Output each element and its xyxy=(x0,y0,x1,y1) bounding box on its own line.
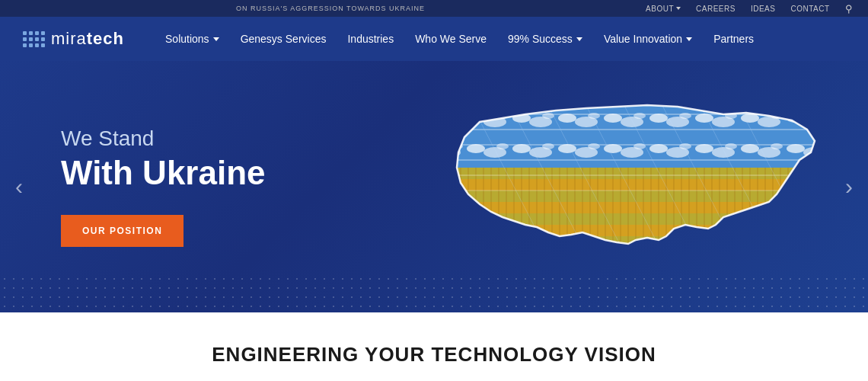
ukraine-notice: ON RUSSIA'S AGGRESSION TOWARDS UKRAINE xyxy=(15,5,646,12)
success-chevron-icon xyxy=(576,37,582,41)
contact-label: CONTACT xyxy=(790,5,829,13)
nav-value-innovation-label: Value Innovation xyxy=(604,33,682,45)
hero-title: With Ukraine xyxy=(61,155,266,191)
about-label: ABOUT xyxy=(646,5,674,13)
hero-next-button[interactable]: › xyxy=(838,166,860,207)
nav-solutions-label: Solutions xyxy=(165,33,209,45)
top-bar: ON RUSSIA'S AGGRESSION TOWARDS UKRAINE A… xyxy=(0,0,868,17)
nav-industries-label: Industries xyxy=(347,33,394,45)
hero-section: ‹ We Stand With Ukraine OUR POSITION › xyxy=(0,61,868,312)
nav-item-partners[interactable]: Partners xyxy=(703,17,764,61)
hero-subtitle: We Stand xyxy=(61,126,266,151)
svg-rect-10 xyxy=(419,168,830,297)
ideas-label: IDEAS xyxy=(751,5,776,13)
hero-prev-button[interactable]: ‹ xyxy=(8,166,30,207)
nav-item-solutions[interactable]: Solutions xyxy=(155,17,230,61)
logo[interactable]: miratech xyxy=(23,29,124,49)
nav-who-we-serve-label: Who We Serve xyxy=(415,33,487,45)
engineering-title: ENGINEERING YOUR TECHNOLOGY VISION xyxy=(15,343,853,367)
nav-item-industries[interactable]: Industries xyxy=(337,17,404,61)
contact-link[interactable]: CONTACT xyxy=(790,5,829,13)
logo-dots xyxy=(23,31,45,47)
nav-item-value-innovation[interactable]: Value Innovation xyxy=(593,17,703,61)
hero-content: We Stand With Ukraine OUR POSITION xyxy=(0,126,327,246)
nav-99-success-label: 99% Success xyxy=(508,33,573,45)
nav-item-genesys[interactable]: Genesys Services xyxy=(230,17,337,61)
ukraine-map-illustration xyxy=(419,76,830,297)
our-position-button[interactable]: OUR POSITION xyxy=(61,215,183,247)
main-nav: miratech Solutions Genesys Services Indu… xyxy=(0,17,868,61)
nav-genesys-label: Genesys Services xyxy=(241,33,327,45)
value-chevron-icon xyxy=(686,37,692,41)
top-bar-links: ABOUT CAREERS IDEAS CONTACT ⚲ xyxy=(646,3,853,14)
about-chevron-icon xyxy=(676,7,681,10)
bottom-section: ENGINEERING YOUR TECHNOLOGY VISION xyxy=(0,312,868,381)
nav-links: Solutions Genesys Services Industries Wh… xyxy=(155,17,845,61)
nav-item-99-success[interactable]: 99% Success xyxy=(497,17,593,61)
ideas-link[interactable]: IDEAS xyxy=(751,5,776,13)
solutions-chevron-icon xyxy=(213,37,219,41)
careers-link[interactable]: CAREERS xyxy=(696,5,736,13)
logo-text: miratech xyxy=(51,29,124,49)
careers-label: CAREERS xyxy=(696,5,736,13)
about-link[interactable]: ABOUT xyxy=(646,5,681,13)
nav-item-who-we-serve[interactable]: Who We Serve xyxy=(404,17,497,61)
search-icon[interactable]: ⚲ xyxy=(845,3,854,14)
nav-partners-label: Partners xyxy=(713,33,754,45)
